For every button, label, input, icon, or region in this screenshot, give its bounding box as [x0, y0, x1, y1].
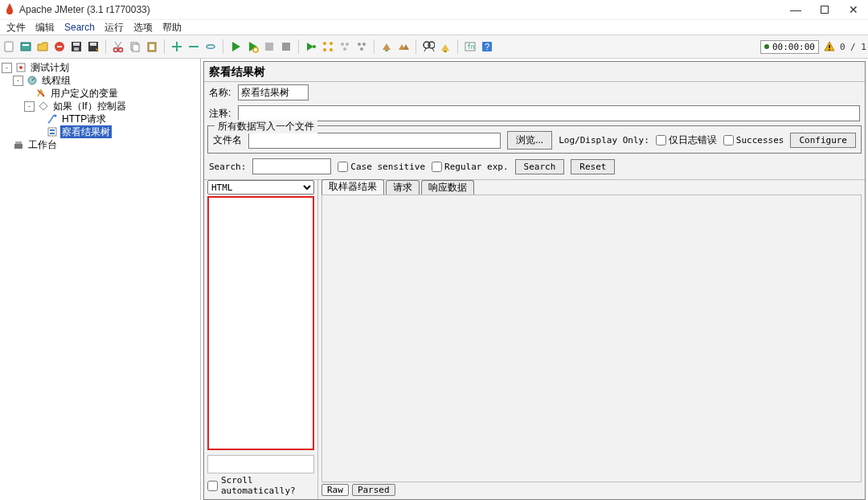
templates-icon[interactable] — [18, 39, 33, 54]
tree-node-http[interactable]: HTTP请求 — [60, 113, 108, 125]
svg-rect-18 — [282, 43, 290, 51]
svg-rect-17 — [265, 43, 273, 51]
expand-toggle[interactable]: - — [13, 76, 23, 86]
filename-label: 文件名 — [213, 133, 242, 147]
maximize-button[interactable] — [818, 3, 831, 16]
toolbar: fn ? 00:00:00 0 / 1 — [0, 35, 868, 59]
svg-rect-38 — [829, 45, 830, 48]
tree-node-ifcontroller[interactable]: 如果（If）控制器 — [51, 100, 128, 113]
svg-rect-44 — [48, 128, 56, 136]
svg-point-27 — [358, 43, 361, 46]
workbench-icon — [12, 139, 25, 150]
svg-rect-46 — [50, 133, 55, 134]
minimize-button[interactable]: — — [789, 3, 802, 16]
results-detail-box — [207, 455, 314, 473]
tab-response-data[interactable]: 响应数据 — [421, 180, 474, 195]
menu-file[interactable]: 文件 — [3, 21, 29, 35]
svg-rect-47 — [14, 144, 23, 149]
scroll-auto-checkbox[interactable]: Scroll automatically? — [207, 473, 314, 496]
errors-only-label: 仅日志错误 — [669, 133, 717, 147]
svg-point-41 — [19, 66, 23, 69]
find-icon[interactable] — [421, 39, 436, 54]
close-button[interactable]: ✕ — [847, 3, 860, 16]
clear-icon[interactable] — [379, 39, 394, 54]
configure-button[interactable]: Configure — [790, 133, 856, 148]
expand-icon[interactable] — [170, 39, 184, 54]
case-sensitive-label: Case sensitive — [350, 162, 425, 172]
svg-rect-2 — [23, 44, 29, 46]
errors-only-checkbox[interactable]: 仅日志错误 — [656, 133, 717, 147]
svg-rect-0 — [5, 42, 13, 51]
expand-toggle[interactable]: - — [2, 63, 12, 73]
results-list[interactable] — [207, 196, 314, 450]
regex-label: Regular exp. — [444, 162, 508, 172]
tree-node-uservars[interactable]: 用户定义的变量 — [49, 87, 120, 100]
comment-input[interactable] — [238, 105, 860, 121]
cut-icon[interactable] — [111, 39, 125, 54]
start-icon[interactable] — [228, 39, 243, 54]
filename-input[interactable] — [248, 133, 501, 149]
browse-button[interactable]: 浏览... — [507, 131, 552, 150]
if-controller-icon — [37, 100, 50, 112]
clear-all-icon[interactable] — [396, 39, 411, 54]
help-icon[interactable]: ? — [480, 39, 494, 54]
menu-help[interactable]: 帮助 — [159, 21, 185, 35]
svg-point-21 — [330, 42, 333, 45]
menu-search[interactable]: Search — [61, 22, 98, 33]
menu-run[interactable]: 运行 — [101, 21, 127, 35]
tree-node-testplan[interactable]: 测试计划 — [29, 61, 71, 74]
remote-start-icon[interactable] — [304, 39, 318, 54]
start-no-timers-icon[interactable] — [245, 39, 260, 54]
close-file-icon[interactable] — [52, 39, 67, 54]
warning-icon[interactable] — [824, 41, 835, 52]
svg-point-23 — [330, 48, 333, 51]
successes-checkbox[interactable]: Successes — [723, 135, 784, 145]
paste-icon[interactable] — [145, 39, 159, 54]
renderer-select[interactable]: HTML — [207, 180, 314, 195]
tree-node-workbench[interactable]: 工作台 — [27, 138, 59, 151]
view-results-tree-panel: 察看结果树 名称: 注释: 所有数据写入一个文件 文件名 浏览... Log/D… — [203, 61, 866, 500]
bottom-tab-parsed[interactable]: Parsed — [352, 484, 395, 496]
regex-checkbox[interactable]: Regular exp. — [432, 162, 508, 172]
svg-point-32 — [428, 42, 435, 48]
search-button[interactable]: Search — [515, 159, 565, 174]
remote-start-all-icon[interactable] — [321, 39, 335, 54]
new-icon[interactable] — [2, 39, 16, 54]
tab-sampler-result[interactable]: 取样器结果 — [321, 179, 384, 195]
write-results-fieldset: 所有数据写入一个文件 文件名 浏览... Log/Display Only: 仅… — [207, 125, 862, 154]
collapse-icon[interactable] — [186, 39, 201, 54]
result-tabs: 取样器结果 请求 响应数据 — [321, 180, 862, 195]
copy-icon[interactable] — [128, 39, 142, 54]
comment-label: 注释: — [209, 107, 233, 121]
toggle-icon[interactable] — [203, 39, 218, 54]
menu-options[interactable]: 选项 — [130, 21, 156, 35]
search-input[interactable] — [252, 158, 331, 174]
svg-point-22 — [323, 48, 326, 51]
reset-search-icon[interactable] — [438, 39, 452, 54]
test-plan-tree[interactable]: - 测试计划 - 线程组 用户定义的变量 - 如果（If）控制器 HTTP请求 — [0, 59, 201, 500]
tree-node-threadgroup[interactable]: 线程组 — [40, 74, 72, 87]
remote-shutdown-icon[interactable] — [354, 39, 369, 54]
tree-node-viewresultstree[interactable]: 察看结果树 — [60, 125, 112, 138]
open-icon[interactable] — [35, 39, 50, 54]
menu-edit[interactable]: 编辑 — [32, 21, 58, 35]
shutdown-icon[interactable] — [279, 39, 293, 54]
svg-rect-9 — [90, 43, 96, 46]
bottom-tab-raw[interactable]: Raw — [321, 484, 349, 496]
tab-request[interactable]: 请求 — [386, 180, 420, 195]
successes-label: Successes — [736, 135, 784, 145]
svg-rect-45 — [50, 129, 55, 131]
function-helper-icon[interactable]: fn — [463, 39, 477, 54]
save-icon[interactable] — [69, 39, 84, 54]
svg-point-43 — [55, 115, 57, 117]
expand-toggle[interactable]: - — [24, 101, 35, 112]
bottom-tabs: Raw Parsed — [321, 482, 862, 496]
save-as-icon[interactable] — [86, 39, 100, 54]
remote-stop-icon[interactable] — [338, 39, 352, 54]
title-bar: Apache JMeter (3.1 r1770033) — ✕ — [0, 0, 868, 20]
name-input[interactable] — [238, 84, 309, 100]
stop-icon[interactable] — [262, 39, 276, 54]
reset-button[interactable]: Reset — [571, 159, 615, 174]
svg-point-19 — [313, 45, 316, 48]
case-sensitive-checkbox[interactable]: Case sensitive — [338, 162, 425, 172]
